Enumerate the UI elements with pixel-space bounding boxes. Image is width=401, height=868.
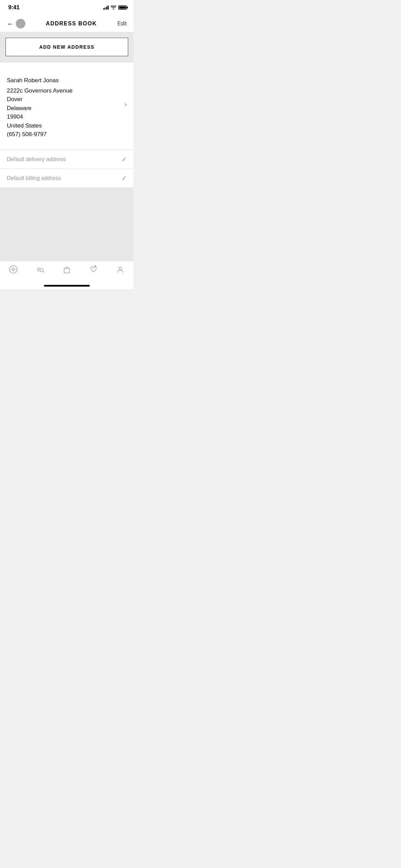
delivery-check-icon: ✓ <box>122 156 127 163</box>
spacer-mid <box>0 146 134 150</box>
gray-background <box>0 188 134 261</box>
address-phone: (657) 508-9797 <box>7 130 127 139</box>
tab-profile[interactable] <box>110 265 131 274</box>
search-icon <box>35 265 45 274</box>
billing-check-icon: ✓ <box>122 174 127 182</box>
tab-search[interactable] <box>30 265 50 274</box>
add-address-section: ADD NEW ADDRESS <box>0 32 134 62</box>
default-delivery-label: Default delivery address <box>7 156 66 162</box>
address-state: Delaware <box>7 104 127 113</box>
back-arrow-icon: ← <box>7 20 14 27</box>
back-dot <box>16 19 25 28</box>
svg-line-7 <box>43 271 44 272</box>
address-country: United States <box>7 121 127 130</box>
status-icons <box>103 5 127 10</box>
tab-wishlist[interactable] <box>83 265 104 274</box>
profile-icon <box>116 265 125 274</box>
tab-bag[interactable] <box>57 265 77 274</box>
nav-header: ← ADDRESS BOOK Edit <box>0 15 134 32</box>
status-time: 9:41 <box>8 4 20 11</box>
add-new-address-button[interactable]: ADD NEW ADDRESS <box>5 38 128 56</box>
address-chevron-icon: › <box>125 101 127 108</box>
signal-icon <box>103 5 109 10</box>
svg-point-11 <box>119 267 122 270</box>
edit-button[interactable]: Edit <box>117 21 127 27</box>
address-city: Dover <box>7 95 127 104</box>
default-delivery-row: Default delivery address ✓ <box>0 150 134 169</box>
default-billing-label: Default billing address <box>7 175 61 181</box>
status-bar: 9:41 <box>0 0 134 15</box>
wishlist-icon <box>89 265 98 274</box>
svg-point-2 <box>13 269 14 270</box>
default-billing-row: Default billing address ✓ <box>0 169 134 188</box>
tab-account[interactable] <box>3 265 24 274</box>
bag-icon <box>62 265 72 274</box>
svg-rect-8 <box>64 268 70 273</box>
home-indicator <box>44 285 90 287</box>
add-address-label: ADD NEW ADDRESS <box>39 44 94 50</box>
address-zip: 19904 <box>7 112 127 121</box>
battery-icon <box>118 5 127 10</box>
address-street: 2222c Governors Avenue <box>7 86 127 95</box>
wifi-icon <box>111 5 116 10</box>
main-content: ADD NEW ADDRESS › Sarah Robert Jonas 222… <box>0 32 134 261</box>
address-card[interactable]: › Sarah Robert Jonas 2222c Governors Ave… <box>0 68 134 146</box>
account-icon <box>9 265 18 274</box>
spacer-top <box>0 62 134 68</box>
address-name: Sarah Robert Jonas <box>7 76 127 85</box>
page-title: ADDRESS BOOK <box>46 21 97 27</box>
back-button[interactable]: ← <box>7 19 25 28</box>
